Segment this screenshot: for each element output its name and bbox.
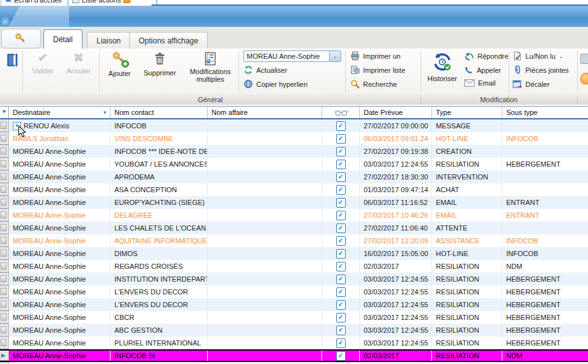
- read-checkbox[interactable]: ✓: [336, 275, 346, 284]
- read-checkbox[interactable]: ✓: [336, 236, 346, 246]
- cell-read-checkbox[interactable]: ✓: [322, 273, 360, 285]
- cell-nom-affaire[interactable]: [208, 351, 322, 361]
- cell-destinataire[interactable]: MOREAU Anne-Sophie: [9, 273, 111, 285]
- cell-type[interactable]: ASSISTANCE: [432, 234, 502, 247]
- cell-nom-contact[interactable]: DELAGREE: [111, 209, 208, 222]
- table-row[interactable]: MOREAU Anne-SophieEUROP'YACHTING (SIEGE)…: [0, 196, 588, 209]
- cell-date-prevue[interactable]: 02/03/2017: [360, 351, 432, 361]
- cell-destinataire[interactable]: MOREAU Anne-Sophie: [9, 196, 111, 209]
- row-gutter[interactable]: [0, 311, 9, 324]
- cell-nom-contact[interactable]: L'ENVERS DU DECOR: [111, 285, 208, 298]
- cell-nom-affaire[interactable]: [208, 222, 322, 234]
- cell-sous-type[interactable]: [502, 222, 588, 234]
- column-header-nom-contact[interactable]: Nom contact: [111, 107, 208, 118]
- clipped-toolbar-icon[interactable]: [580, 54, 588, 64]
- cell-date-prevue[interactable]: 27/02/2017 18:30:30: [360, 171, 432, 183]
- cell-sous-type[interactable]: ENTRANT: [502, 209, 588, 222]
- cell-sous-type[interactable]: [502, 119, 588, 132]
- cell-nom-contact[interactable]: INFOCOB: [111, 119, 208, 132]
- cell-read-checkbox[interactable]: ✓: [322, 145, 360, 158]
- cell-type[interactable]: RESILIATION: [432, 324, 502, 337]
- cell-nom-contact[interactable]: INFOCOB *** IDEE-NOTE DE SE: [111, 145, 208, 158]
- table-row[interactable]: MOREAU Anne-SophieAQUITAINE INFORMATIQUE…: [0, 234, 588, 247]
- column-header-destinataire[interactable]: Destinataire ▼: [9, 107, 111, 118]
- cell-destinataire[interactable]: +RENOU Alexis: [9, 119, 111, 132]
- cell-destinataire[interactable]: MOREAU Anne-Sophie: [9, 234, 111, 247]
- cell-date-prevue[interactable]: 02/03/2017: [360, 260, 432, 273]
- cell-sous-type[interactable]: HEBERGEMENT: [502, 285, 588, 298]
- ajouter-button[interactable]: Ajouter: [102, 50, 137, 77]
- read-checkbox[interactable]: ✓: [336, 185, 346, 195]
- cell-nom-affaire[interactable]: [208, 196, 322, 209]
- read-checkbox[interactable]: ✓: [336, 326, 346, 335]
- cell-date-prevue[interactable]: 03/03/2017 12:24:55: [360, 324, 432, 337]
- repondre-button[interactable]: Répondre: [464, 51, 508, 61]
- read-checkbox[interactable]: ✓: [336, 249, 346, 259]
- cell-type[interactable]: HOT-LINE: [432, 132, 502, 145]
- cell-nom-contact[interactable]: CBCR: [111, 311, 208, 324]
- row-gutter[interactable]: [0, 298, 9, 311]
- cell-nom-contact[interactable]: DIMOS: [111, 247, 208, 260]
- cell-sous-type[interactable]: [502, 145, 588, 158]
- cell-sous-type[interactable]: INFOCOB: [502, 234, 588, 247]
- modifications-multiples-button[interactable]: Modificationsmultiples: [184, 50, 236, 83]
- cell-date-prevue[interactable]: 27/02/2017 09:19:38: [360, 145, 432, 158]
- cell-nom-affaire[interactable]: [208, 298, 322, 311]
- cell-sous-type[interactable]: ENTRANT: [502, 196, 588, 209]
- read-checkbox[interactable]: ✓: [336, 211, 346, 220]
- cell-nom-contact[interactable]: PLURIEL INTERNATIONAL: [111, 337, 208, 349]
- cell-nom-affaire[interactable]: [208, 119, 322, 132]
- pieces-jointes-button[interactable]: Pièces jointes: [513, 65, 569, 75]
- cell-destinataire[interactable]: MOREAU Anne-Sophie: [9, 298, 111, 311]
- cell-date-prevue[interactable]: 27/02/2017 09:00:00: [360, 119, 432, 132]
- cell-nom-contact[interactable]: EUROP'YACHTING (SIEGE): [111, 196, 208, 209]
- cell-type[interactable]: ATTENTE: [432, 222, 502, 234]
- cell-sous-type[interactable]: NDM: [502, 260, 588, 273]
- row-gutter[interactable]: [0, 209, 9, 222]
- historiser-button[interactable]: Historiser: [424, 50, 461, 82]
- cell-read-checkbox[interactable]: ✓: [322, 260, 360, 273]
- column-header-type[interactable]: Type: [432, 107, 502, 118]
- clipped-bell-icon[interactable]: [580, 73, 588, 84]
- row-gutter[interactable]: [0, 324, 9, 337]
- table-row[interactable]: MOREAU Anne-SophieL'ENVERS DU DECOR✓03/0…: [0, 298, 588, 311]
- cell-destinataire[interactable]: MOREAU Anne-Sophie: [9, 209, 111, 222]
- row-gutter[interactable]: [0, 337, 9, 349]
- cell-destinataire[interactable]: MOREAU Anne-Sophie: [9, 183, 111, 196]
- row-gutter[interactable]: [0, 183, 9, 196]
- read-checkbox[interactable]: ✓: [336, 287, 346, 297]
- imprimer-liste-button[interactable]: Imprimer liste: [350, 65, 405, 75]
- cell-type[interactable]: EMAIL: [432, 209, 502, 222]
- cell-nom-contact[interactable]: LES CHALETS DE L'OCEAN: [111, 222, 208, 234]
- lu-non-lu-button[interactable]: Lu/Non lu ⌄: [513, 51, 564, 61]
- cell-date-prevue[interactable]: 27/02/2017 11:06:40: [360, 222, 432, 234]
- cell-read-checkbox[interactable]: ✓: [322, 351, 360, 361]
- cell-date-prevue[interactable]: 03/03/2017 12:24:55: [360, 273, 432, 285]
- cell-destinataire[interactable]: MOREAU Anne-Sophie: [9, 260, 111, 273]
- exit-button[interactable]: [3, 50, 22, 69]
- cell-read-checkbox[interactable]: ✓: [322, 209, 360, 222]
- cell-type[interactable]: CREATION: [432, 145, 502, 158]
- cell-type[interactable]: RESILIATION: [432, 351, 502, 361]
- access-key-button[interactable]: [1, 29, 41, 49]
- cell-type[interactable]: RESILIATION: [432, 273, 502, 285]
- read-checkbox[interactable]: ✓: [336, 224, 346, 233]
- cell-sous-type[interactable]: NDM: [502, 351, 588, 361]
- cell-nom-contact[interactable]: APRODEMA: [111, 171, 208, 183]
- cell-nom-affaire[interactable]: [208, 324, 322, 337]
- cell-type[interactable]: RESILIATION: [432, 311, 502, 324]
- cell-read-checkbox[interactable]: ✓: [322, 171, 360, 183]
- tab-ecran-accueil[interactable]: Écran d'accueil: [1, 0, 74, 6]
- cell-type[interactable]: RESILIATION: [432, 158, 502, 171]
- email-button[interactable]: Email: [464, 79, 496, 87]
- cell-destinataire[interactable]: MOREAU Anne-Sophie: [9, 222, 111, 234]
- appeler-button[interactable]: Appeler: [464, 65, 501, 75]
- cell-destinataire[interactable]: MOREAU Anne-Sophie: [9, 158, 111, 171]
- column-header-sous-type[interactable]: Sous type: [502, 107, 588, 118]
- ribbon-tab-options-affichage[interactable]: Options affichage: [129, 32, 208, 49]
- read-checkbox[interactable]: ✓: [336, 121, 346, 131]
- cell-read-checkbox[interactable]: ✓: [322, 119, 360, 132]
- read-checkbox[interactable]: ✓: [336, 134, 346, 144]
- cell-destinataire[interactable]: RAWLS Jonathan: [9, 132, 111, 145]
- cell-date-prevue[interactable]: 27/02/2017 10:46:26: [360, 209, 432, 222]
